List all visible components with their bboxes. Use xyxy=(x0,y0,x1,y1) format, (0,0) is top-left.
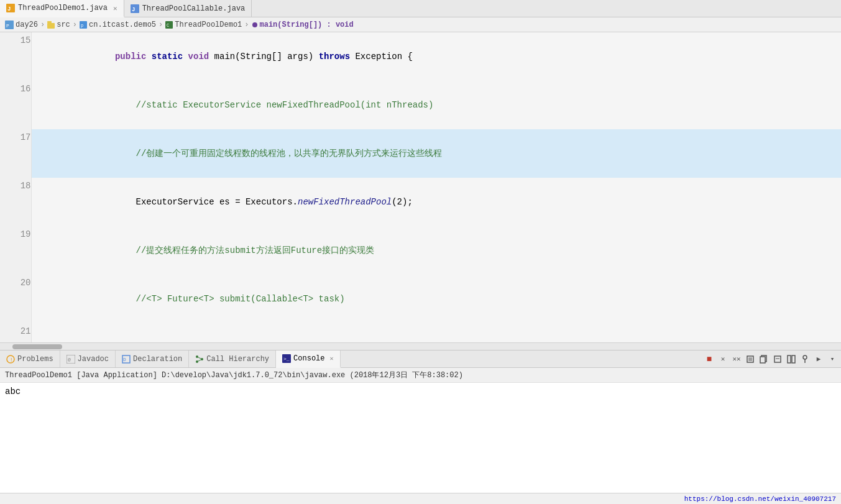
line-code-17[interactable]: //创建一个可重用固定线程数的线程池，以共享的无界队列方式来运行这些线程 xyxy=(31,129,841,178)
problems-icon: ! xyxy=(6,355,15,364)
hierarchy-icon xyxy=(195,355,204,364)
code-line-20: 20 //<T> Future<T> submit(Callable<T> ta… xyxy=(0,275,841,323)
tab-label-1: ThreadPoolDemo1.java xyxy=(18,4,108,12)
console-output: abc xyxy=(5,387,21,396)
project-icon: P xyxy=(5,21,14,29)
tab-problems-label: Problems xyxy=(17,355,53,364)
code-scrollbar-thumb[interactable] xyxy=(12,344,62,349)
pin-icon xyxy=(801,355,809,364)
code-line-21: 21 //提交一个返回值的任务用于执行，返回一个表示任务的未决结果的 Futur… xyxy=(0,323,841,342)
svg-rect-31 xyxy=(760,357,765,363)
java-file-icon: J xyxy=(6,4,15,12)
line-num-20: 20 xyxy=(0,275,31,323)
java-file-icon-2: J xyxy=(131,4,139,13)
console-header-text: ThreadPoolDemo1 [Java Application] D:\de… xyxy=(5,371,463,380)
console-icon: >_ xyxy=(282,354,291,363)
svg-rect-32 xyxy=(774,356,781,362)
svg-text:J: J xyxy=(7,6,11,12)
breadcrumb-day26: day26 xyxy=(16,21,38,29)
tab-problems[interactable]: ! Problems xyxy=(0,351,60,367)
editor-tab-bar: J ThreadPoolDemo1.java ✕ J ThreadPoolCal… xyxy=(0,0,841,17)
svg-line-22 xyxy=(197,357,202,359)
stop-button[interactable]: ■ xyxy=(703,353,715,365)
line-code-20[interactable]: //<T> Future<T> submit(Callable<T> task) xyxy=(31,275,841,323)
svg-point-36 xyxy=(803,355,807,359)
page-icon xyxy=(773,355,782,364)
code-editor: 15 public static void main(String[] args… xyxy=(0,32,841,350)
declaration-icon: D xyxy=(122,355,131,364)
svg-text:C: C xyxy=(167,23,169,28)
console-header: ThreadPoolDemo1 [Java Application] D:\de… xyxy=(0,368,841,383)
line-num-19: 19 xyxy=(0,226,31,275)
code-content[interactable]: 15 public static void main(String[] args… xyxy=(0,32,841,342)
line-code-18[interactable]: ExecutorService es = Executors.newFixedT… xyxy=(31,178,841,226)
tab-javadoc[interactable]: @ Javadoc xyxy=(60,351,116,367)
breadcrumb-class: ThreadPoolDemo1 xyxy=(175,21,242,29)
breadcrumb-method: main(String[]) : void xyxy=(260,21,354,29)
line-code-15[interactable]: public static void main(String[] args) t… xyxy=(31,32,841,81)
console-tab-close[interactable]: ✕ xyxy=(330,355,334,362)
tab-console[interactable]: >_ Console ✕ xyxy=(276,351,340,368)
tab-close-1[interactable]: ✕ xyxy=(113,4,117,12)
layout-icon xyxy=(787,355,796,364)
svg-rect-6 xyxy=(47,23,55,29)
bottom-tab-bar: ! Problems @ Javadoc D Declaration xyxy=(0,351,841,368)
code-horizontal-scrollbar[interactable] xyxy=(0,342,841,350)
svg-rect-35 xyxy=(792,355,795,363)
svg-point-12 xyxy=(252,22,257,27)
clear-btn[interactable]: ✕✕ xyxy=(730,353,743,365)
svg-text:P: P xyxy=(6,23,9,29)
line-num-15: 15 xyxy=(0,32,31,81)
dropdown-btn[interactable]: ▾ xyxy=(826,353,839,365)
folder-icon xyxy=(47,21,55,29)
breadcrumb: P day26 › src › p cn.itcast.demo5 › C Th… xyxy=(0,17,841,32)
pin-btn[interactable] xyxy=(799,353,811,365)
tab-label-2: ThreadPoolCallable.java xyxy=(142,4,246,13)
code-line-19: 19 //提交线程任务的方法submit方法返回Future接口的实现类 xyxy=(0,226,841,275)
code-line-18: 18 ExecutorService es = Executors.newFix… xyxy=(0,178,841,226)
tab-threadpoolcallable[interactable]: J ThreadPoolCallable.java xyxy=(124,0,252,17)
code-line-16: 16 //static ExecutorService newFixedThre… xyxy=(0,81,841,129)
line-num-18: 18 xyxy=(0,178,31,226)
line-code-16[interactable]: //static ExecutorService newFixedThreadP… xyxy=(31,81,841,129)
package-icon: p xyxy=(80,21,87,29)
bottom-panel-actions: ■ ✕ ✕✕ xyxy=(703,351,839,367)
line-code-19[interactable]: //提交线程任务的方法submit方法返回Future接口的实现类 xyxy=(31,226,841,275)
javadoc-icon: @ xyxy=(67,355,75,364)
svg-text:!: ! xyxy=(10,357,13,364)
page-btn[interactable] xyxy=(771,353,784,365)
url-text: https://blog.csdn.net/weixin_40907217 xyxy=(684,495,836,503)
line-num-17: 17 xyxy=(0,129,31,178)
code-line-17: 17 //创建一个可重用固定线程数的线程池，以共享的无界队列方式来运行这些线程 xyxy=(0,129,841,178)
url-bar: https://blog.csdn.net/weixin_40907217 xyxy=(0,493,841,504)
scroll-lock-icon xyxy=(746,355,755,364)
svg-text:J: J xyxy=(132,7,135,13)
remove-btn[interactable]: ✕ xyxy=(717,353,729,365)
svg-line-23 xyxy=(197,359,202,362)
breadcrumb-package: cn.itcast.demo5 xyxy=(89,21,156,29)
method-icon xyxy=(252,22,258,28)
bottom-panel: ! Problems @ Javadoc D Declaration xyxy=(0,350,841,493)
svg-text:p: p xyxy=(81,23,83,28)
svg-text:>_: >_ xyxy=(283,356,290,362)
svg-text:D: D xyxy=(123,357,126,362)
svg-rect-7 xyxy=(47,21,52,23)
line-num-21: 21 xyxy=(0,323,31,342)
tab-callhierarchy[interactable]: Call Hierarchy xyxy=(189,351,276,367)
console-body[interactable]: abc xyxy=(0,383,841,493)
tab-console-label: Console xyxy=(293,354,324,363)
code-line-15: 15 public static void main(String[] args… xyxy=(0,32,841,81)
svg-rect-34 xyxy=(788,355,791,363)
copy-btn[interactable] xyxy=(758,353,770,365)
class-icon: C xyxy=(165,21,173,29)
line-code-21[interactable]: //提交一个返回值的任务用于执行，返回一个表示任务的未决结果的 Future xyxy=(31,323,841,342)
scroll-lock-btn[interactable] xyxy=(744,353,756,365)
play-btn[interactable]: ▶ xyxy=(812,353,825,365)
tab-callhierarchy-label: Call Hierarchy xyxy=(206,355,269,364)
copy-icon xyxy=(760,355,768,364)
layout-btn[interactable] xyxy=(785,353,797,365)
tab-javadoc-label: Javadoc xyxy=(78,355,109,364)
tab-threadpooldemo1[interactable]: J ThreadPoolDemo1.java ✕ xyxy=(0,0,124,17)
tab-declaration-label: Declaration xyxy=(133,355,182,364)
tab-declaration[interactable]: D Declaration xyxy=(116,351,189,367)
